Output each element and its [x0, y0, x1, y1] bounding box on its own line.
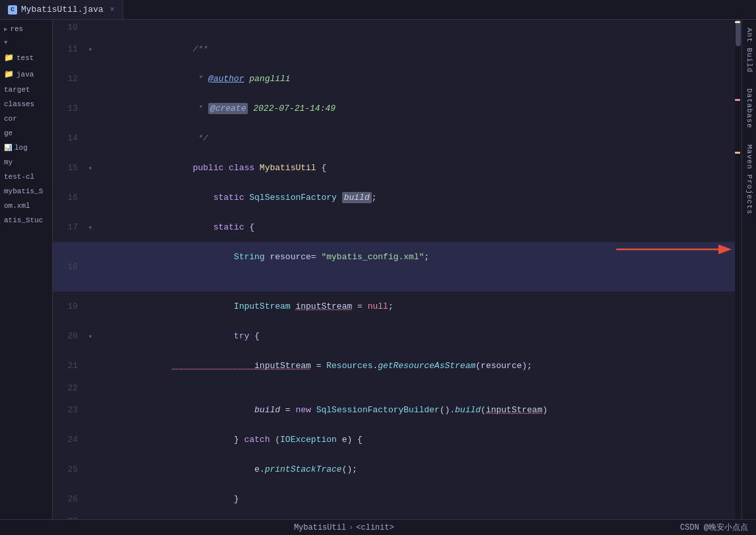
class-builder: SqlSessionFactoryBuilder — [316, 405, 440, 415]
brace-open2: { — [249, 222, 254, 232]
line-number: 18 — [53, 242, 86, 292]
var-build-highlighted: build — [342, 192, 372, 203]
table-row: 14 */ — [53, 123, 735, 153]
assign-op: = — [352, 301, 367, 311]
paren3: ( — [480, 405, 486, 415]
line-number: 26 — [53, 484, 86, 514]
table-row: 10 — [53, 20, 735, 34]
file-icon-log: 📊 — [4, 144, 12, 152]
brace-try: { — [254, 331, 260, 341]
table-row: 22 — [53, 381, 735, 395]
sidebar-item-cor[interactable]: cor — [0, 112, 52, 125]
table-row: 19 InputStream inputStream = null; — [53, 292, 735, 321]
code-line: static { — [95, 212, 735, 242]
table-row: 16 static SqlSessionFactory build; — [53, 183, 735, 212]
code-editor[interactable]: 10 11 ▾ /** 12 — [53, 20, 741, 519]
fold-gutter[interactable]: ▾ — [86, 34, 95, 64]
keyword-public: public — [172, 163, 229, 173]
type-ioexception: IOException — [280, 435, 342, 445]
line-number: 11 — [53, 34, 86, 64]
line-number: 10 — [53, 20, 86, 34]
var-inputstream: inputStream — [295, 301, 352, 311]
main-area: ▶ res ▼ 📁 test 📁 java target classes cor… — [0, 20, 756, 519]
class-resources: Resources — [326, 361, 372, 371]
fold-gutter — [86, 484, 95, 514]
var-build2: build — [172, 405, 280, 415]
assign2: = — [311, 361, 326, 371]
sidebar-item-target[interactable]: target — [0, 83, 52, 96]
fold-gutter — [86, 395, 95, 425]
line-number: 25 — [53, 455, 86, 484]
table-row: 24 } catch (IOException e) { — [53, 425, 735, 455]
method-printstacktrace: printStackTrace — [265, 464, 342, 474]
annotation-author: @author — [208, 74, 245, 84]
brace-close1: } — [172, 435, 244, 445]
maven-projects-panel[interactable]: Maven Projects — [744, 139, 755, 220]
sidebar-label-test-cl: test-cl — [4, 173, 34, 181]
tab-filename: MybatisUtil.java — [21, 5, 103, 15]
paren4: ) — [542, 405, 548, 415]
paren1: (resource); — [476, 361, 533, 371]
assign3: = — [280, 405, 295, 415]
sidebar-item-classes[interactable]: classes — [0, 98, 52, 111]
method-build: build — [455, 405, 480, 415]
code-line: String resource= "mybatis_config.xml"; — [95, 242, 735, 292]
fold-gutter — [86, 381, 95, 395]
file-tree-sidebar: ▶ res ▼ 📁 test 📁 java target classes cor… — [0, 20, 53, 519]
sidebar-item-log[interactable]: 📊 log — [0, 141, 52, 154]
sidebar-item-java[interactable]: 📁 java — [0, 67, 52, 82]
sidebar-item-ge[interactable]: ge — [0, 127, 52, 140]
fold-gutter — [86, 123, 95, 153]
semicolon: ; — [372, 193, 377, 203]
tab-close-button[interactable]: × — [110, 5, 115, 15]
breadcrumb-separator: › — [349, 523, 353, 532]
sidebar-label-java: java — [16, 71, 34, 79]
scroll-marker-orange — [735, 152, 740, 154]
keyword-static: static — [172, 193, 249, 203]
line-number: 14 — [53, 123, 86, 153]
sidebar-label-res: res — [10, 25, 23, 33]
type-name: SqlSessionFactory — [249, 193, 341, 203]
sidebar-item-test[interactable]: 📁 test — [0, 50, 52, 65]
code-line: } — [95, 484, 735, 514]
annotation-date: 2022-07-21-14:49 — [248, 104, 335, 113]
comment-token: * — [172, 74, 208, 84]
right-tool-panel: Ant Build Database Maven Projects — [741, 20, 756, 519]
line-number: 17 — [53, 212, 86, 242]
breadcrumb[interactable]: MybatisUtil › <clinit> — [294, 523, 394, 532]
ant-build-panel[interactable]: Ant Build — [744, 22, 755, 78]
fold-gutter — [86, 242, 95, 292]
sidebar-item-om-xml[interactable]: om.xml — [0, 199, 52, 212]
sidebar-item-expand[interactable]: ▼ — [0, 37, 52, 49]
table-row: 26 } — [53, 484, 735, 514]
database-panel[interactable]: Database — [744, 83, 755, 134]
sidebar-item-test-cl[interactable]: test-cl — [0, 170, 52, 183]
line-number: 16 — [53, 183, 86, 212]
sidebar-label-ge: ge — [4, 129, 13, 137]
code-scroll-area[interactable]: 10 11 ▾ /** 12 — [53, 20, 735, 519]
sidebar-item-mybatis-s[interactable]: mybatis_S — [0, 185, 52, 198]
fold-gutter[interactable]: ▾ — [86, 212, 95, 242]
arrow-annotation — [610, 242, 735, 257]
fold-gutter — [86, 183, 95, 212]
tab-mybatisutil[interactable]: C MybatisUtil.java × — [0, 0, 123, 19]
fold-gutter[interactable]: ▾ — [86, 321, 95, 351]
keyword-static2: static — [172, 222, 249, 232]
brace-open: { — [321, 163, 326, 173]
table-row: 25 e.printStackTrace(); — [53, 455, 735, 484]
scrollbar-thumb[interactable] — [736, 20, 741, 46]
parens2: (). — [440, 405, 455, 415]
fold-gutter — [86, 64, 95, 94]
scrollbar-track[interactable] — [735, 20, 741, 519]
keyword-null: null — [368, 301, 388, 311]
fold-gutter[interactable]: ▾ — [86, 153, 95, 183]
sidebar-item-atis-stuc[interactable]: atis_Stuc — [0, 214, 52, 227]
annotation-value: panglili — [244, 74, 290, 84]
sidebar-item-res[interactable]: ▶ res — [0, 22, 52, 36]
var-resource: resource= — [270, 252, 321, 262]
code-line — [95, 381, 735, 395]
fold-gutter — [86, 425, 95, 455]
keyword-try: try — [172, 331, 254, 341]
code-line: /** — [95, 34, 735, 64]
sidebar-item-my[interactable]: my — [0, 156, 52, 169]
